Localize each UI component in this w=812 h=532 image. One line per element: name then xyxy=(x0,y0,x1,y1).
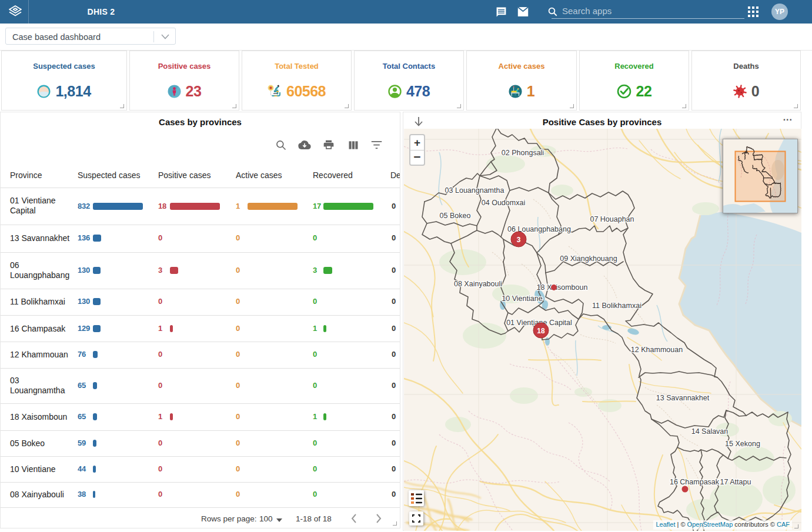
svg-text:12 Khammouan: 12 Khammouan xyxy=(631,346,683,354)
svg-text:10 Vientiane: 10 Vientiane xyxy=(502,295,542,303)
svg-text:04 Oudomxai: 04 Oudomxai xyxy=(482,199,525,207)
svg-text:03 Louangnamtha: 03 Louangnamtha xyxy=(445,186,504,195)
svg-text:18 Xaisomboun: 18 Xaisomboun xyxy=(537,283,588,292)
svg-text:15 Xekong: 15 Xekong xyxy=(725,440,760,448)
svg-text:11 Bolikhamxai: 11 Bolikhamxai xyxy=(592,302,641,310)
svg-text:07 Houaphan: 07 Houaphan xyxy=(590,215,634,223)
svg-text:05 Bokeo: 05 Bokeo xyxy=(440,212,471,220)
svg-text:3: 3 xyxy=(517,236,521,244)
svg-text:18: 18 xyxy=(537,327,545,335)
svg-text:17 Attapu: 17 Attapu xyxy=(720,478,751,486)
svg-text:13 Savannakhet: 13 Savannakhet xyxy=(656,394,710,402)
svg-text:02 Phongsali: 02 Phongsali xyxy=(502,149,544,157)
svg-text:09 Xiangkhouang: 09 Xiangkhouang xyxy=(560,255,617,263)
svg-text:16 Champasak: 16 Champasak xyxy=(670,478,720,486)
svg-text:08 Xainyabouli: 08 Xainyabouli xyxy=(454,280,502,288)
svg-text:14 Salavan: 14 Salavan xyxy=(691,427,729,436)
